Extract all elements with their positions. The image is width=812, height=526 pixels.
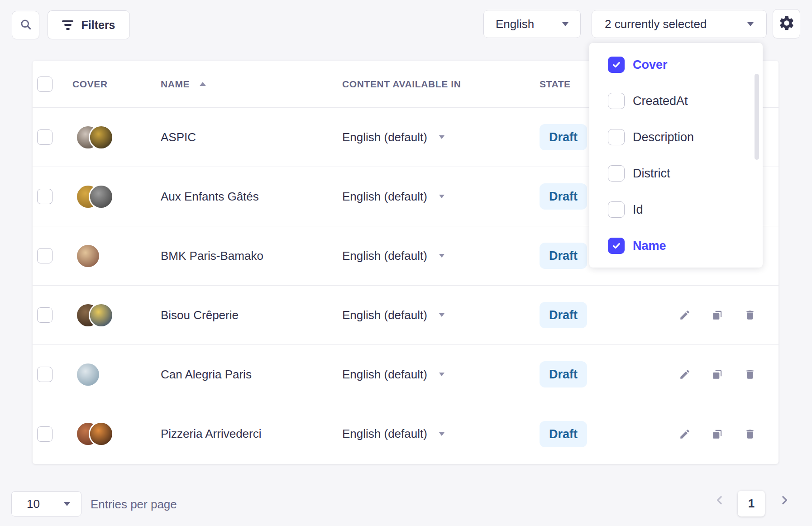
edit-button[interactable] [679, 368, 691, 380]
column-option-district[interactable]: District [589, 155, 763, 191]
cover-avatars [77, 126, 112, 148]
chevron-down-icon [747, 22, 754, 26]
delete-button[interactable] [744, 368, 756, 380]
page-size-select[interactable]: 10 [11, 491, 81, 516]
cover-avatars [77, 363, 99, 386]
column-visibility-popover: Cover CreatedAt Description District Id … [589, 43, 763, 268]
locale-dropdown[interactable]: English (default) [342, 427, 540, 441]
locale-dropdown[interactable]: English (default) [342, 308, 540, 322]
column-option-label: Description [633, 130, 694, 144]
chevron-down-icon [439, 313, 444, 317]
cover-avatar [90, 304, 112, 326]
column-option-createdat[interactable]: CreatedAt [589, 83, 763, 119]
row-name: Aux Enfants Gâtés [161, 190, 342, 204]
header-content-available-in: CONTENT AVAILABLE IN [342, 79, 540, 90]
cover-avatar [90, 186, 112, 208]
row-name: BMK Paris-Bamako [161, 249, 342, 263]
previous-page-button[interactable] [713, 493, 726, 507]
popover-scrollbar[interactable] [755, 74, 759, 160]
checkbox-icon [608, 165, 625, 182]
next-page-button[interactable] [778, 493, 791, 507]
duplicate-button[interactable] [712, 309, 723, 321]
content-manager-list-view: Filters English 2 currently selected COV… [0, 0, 812, 526]
cover-avatar [77, 245, 99, 267]
locale-value: English (default) [342, 130, 427, 144]
delete-button[interactable] [744, 428, 756, 440]
edit-button[interactable] [679, 428, 691, 440]
duplicate-button[interactable] [712, 368, 723, 380]
column-visibility-value: 2 currently selected [605, 17, 707, 31]
cover-avatars [77, 186, 112, 208]
chevron-down-icon [439, 373, 444, 376]
sort-ascending-icon [200, 82, 206, 86]
filter-icon [62, 20, 73, 30]
row-name: Bisou Crêperie [161, 308, 342, 322]
select-all-checkbox[interactable] [37, 77, 53, 92]
search-icon [19, 18, 32, 32]
status-badge: Draft [540, 243, 587, 269]
chevron-down-icon [439, 254, 444, 258]
column-option-description[interactable]: Description [589, 119, 763, 155]
checkbox-checked-icon [608, 57, 625, 73]
checkbox-checked-icon [608, 238, 625, 254]
column-option-name[interactable]: Name [589, 228, 763, 264]
locale-value: English (default) [342, 368, 427, 382]
duplicate-button[interactable] [712, 428, 723, 440]
filters-button-label: Filters [81, 19, 115, 32]
entries-per-page-label: Entries per page [91, 497, 177, 512]
row-checkbox[interactable] [37, 129, 53, 145]
column-visibility-select[interactable]: 2 currently selected [592, 10, 767, 38]
table-row: Pizzeria Arrivederci English (default) D… [33, 404, 779, 464]
checkbox-icon [608, 93, 625, 109]
locale-select[interactable]: English [483, 10, 581, 38]
column-option-label: District [633, 167, 670, 181]
search-button[interactable] [12, 11, 39, 39]
row-checkbox[interactable] [37, 307, 53, 323]
row-name: ASPIC [161, 130, 342, 144]
row-checkbox[interactable] [37, 189, 53, 204]
edit-button[interactable] [679, 309, 691, 321]
status-badge: Draft [540, 421, 587, 447]
row-name: Can Alegria Paris [161, 368, 342, 382]
header-name[interactable]: NAME [161, 79, 342, 90]
locale-dropdown[interactable]: English (default) [342, 190, 540, 204]
chevron-left-icon [713, 493, 726, 507]
column-option-cover[interactable]: Cover [589, 47, 763, 83]
locale-dropdown[interactable]: English (default) [342, 368, 540, 382]
locale-value: English (default) [342, 308, 427, 322]
locale-dropdown[interactable]: English (default) [342, 249, 540, 263]
page-1-button[interactable]: 1 [738, 491, 765, 516]
header-cover: COVER [72, 79, 161, 90]
filters-button[interactable]: Filters [48, 10, 130, 39]
table-row: Bisou Crêperie English (default) Draft [33, 286, 779, 345]
status-badge: Draft [540, 361, 587, 387]
row-checkbox[interactable] [37, 426, 53, 442]
chevron-down-icon [439, 135, 444, 139]
status-badge: Draft [540, 302, 587, 328]
column-option-id[interactable]: Id [589, 191, 763, 228]
cover-avatars [77, 304, 112, 326]
checkbox-icon [608, 129, 625, 145]
row-name: Pizzeria Arrivederci [161, 427, 342, 441]
row-checkbox[interactable] [37, 248, 53, 263]
cover-avatars [77, 245, 99, 267]
locale-select-value: English [496, 17, 534, 31]
checkbox-icon [608, 201, 625, 218]
locale-value: English (default) [342, 249, 427, 263]
chevron-down-icon [439, 432, 444, 436]
page-size-value: 10 [27, 497, 40, 511]
column-option-label: Id [633, 203, 643, 217]
column-option-label: Cover [633, 58, 668, 72]
table-row: Can Alegria Paris English (default) Draf… [33, 345, 779, 404]
status-badge: Draft [540, 124, 587, 150]
settings-button[interactable] [773, 9, 800, 38]
cover-avatar [77, 363, 99, 386]
status-badge: Draft [540, 183, 587, 210]
chevron-down-icon [64, 502, 70, 506]
row-checkbox[interactable] [37, 367, 53, 382]
cover-avatars [77, 423, 112, 445]
delete-button[interactable] [744, 309, 756, 321]
column-option-label: Name [633, 239, 666, 253]
locale-dropdown[interactable]: English (default) [342, 130, 540, 144]
column-option-label: CreatedAt [633, 94, 688, 108]
